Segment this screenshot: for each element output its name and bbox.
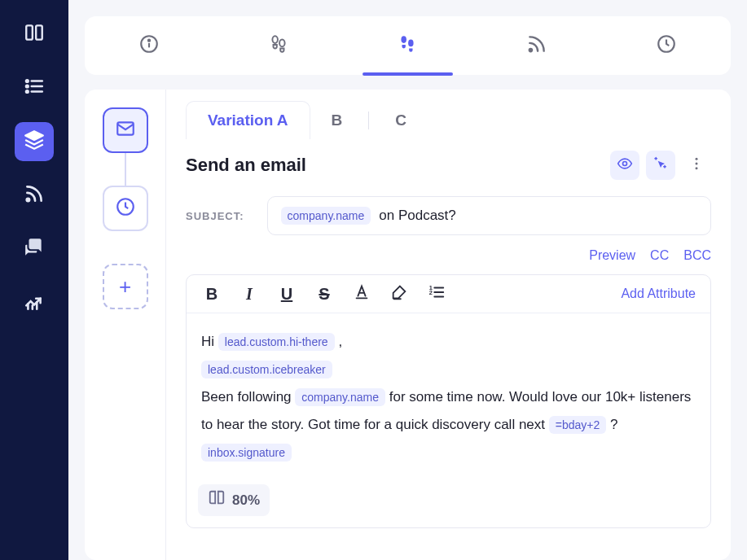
underline-button[interactable]: U [276, 283, 297, 304]
svg-point-8 [27, 199, 29, 201]
email-body[interactable]: Hi lead.custom.hi-there , lead.custom.ic… [187, 313, 710, 478]
list-button[interactable]: 12 [426, 283, 447, 304]
attribute-chip-company[interactable]: company.name [295, 388, 385, 406]
strike-button[interactable]: S [314, 283, 335, 304]
svg-point-14 [148, 40, 150, 42]
svg-point-2 [26, 80, 29, 82]
section-title: Send an email [186, 155, 306, 176]
sidebar-item-analytics[interactable] [15, 283, 54, 322]
step-email[interactable] [103, 107, 148, 153]
underline-icon: U [281, 285, 292, 304]
bcc-link[interactable]: BCC [683, 248, 711, 263]
info-icon [138, 33, 160, 58]
tab-variation-c[interactable]: C [374, 102, 428, 139]
bold-icon: B [206, 285, 218, 304]
strikethrough-icon: S [319, 285, 329, 304]
variation-tabs: Variation A B C [186, 101, 711, 139]
subject-label: SUBJECT: [186, 210, 244, 222]
body-text: ? [610, 417, 617, 432]
add-attribute-button[interactable]: Add Attribute [621, 287, 696, 301]
topnav-info[interactable] [85, 16, 214, 75]
dots-vertical-icon [688, 155, 705, 175]
svg-point-15 [272, 36, 278, 43]
tab-variation-a[interactable]: Variation A [186, 101, 310, 139]
attribute-chip-signature[interactable]: inbox.signature [201, 444, 292, 462]
columns-icon [24, 22, 45, 46]
text-color-button[interactable] [351, 283, 372, 304]
ai-assist-button[interactable] [646, 151, 675, 180]
plus-icon: + [119, 274, 131, 300]
svg-point-19 [529, 49, 532, 51]
chat-icon [24, 237, 45, 261]
attribute-chip-bday[interactable]: =bday+2 [549, 416, 607, 434]
add-step-button[interactable]: + [103, 264, 148, 309]
body-text: Been following [201, 389, 292, 405]
highlight-button[interactable] [389, 283, 410, 304]
sidebar-item-list[interactable] [15, 68, 54, 107]
rss-icon [526, 33, 547, 58]
svg-point-6 [26, 90, 29, 93]
clock-icon [115, 196, 136, 221]
sidebar-item-kanban[interactable] [15, 15, 54, 54]
svg-rect-0 [26, 25, 33, 39]
step-connector [125, 153, 126, 186]
list-icon [24, 76, 45, 100]
subject-attribute-chip[interactable]: company.name [281, 207, 371, 225]
highlight-icon [390, 283, 408, 305]
sequence-topnav [85, 16, 731, 75]
body-text: , [338, 334, 342, 349]
editor-toolbar: B I U S 12 [187, 275, 710, 313]
subject-input[interactable]: company.name on Podcast? [267, 196, 711, 235]
svg-rect-1 [36, 25, 42, 39]
sidebar-item-layers[interactable] [15, 122, 54, 161]
preview-button[interactable] [610, 151, 639, 180]
sidebar-item-chat[interactable] [15, 230, 54, 269]
sequence-steps-column: + [85, 90, 166, 560]
bold-button[interactable]: B [201, 283, 222, 304]
topnav-steps-filled[interactable] [343, 16, 472, 75]
app-sidebar [0, 0, 68, 560]
eye-icon [617, 155, 633, 175]
editor-column: Variation A B C Send an email [166, 90, 731, 560]
ordered-list-icon: 12 [428, 283, 446, 305]
svg-point-23 [623, 162, 627, 166]
trending-up-icon [24, 291, 45, 315]
footsteps-icon [397, 33, 418, 58]
italic-icon: I [246, 285, 253, 304]
layers-icon [24, 129, 45, 154]
topnav-rss[interactable] [472, 16, 602, 75]
cc-link[interactable]: CC [650, 248, 669, 263]
rss-icon [24, 183, 45, 208]
step-wait[interactable] [103, 186, 148, 231]
mail-icon [115, 118, 136, 142]
attribute-chip-hi-there[interactable]: lead.custom.hi-there [218, 333, 335, 351]
tab-divider [368, 112, 369, 129]
svg-point-24 [696, 158, 698, 160]
svg-point-25 [696, 163, 698, 165]
topnav-steps-outline[interactable] [214, 16, 344, 75]
svg-point-26 [696, 167, 698, 169]
more-menu-button[interactable] [682, 151, 711, 180]
body-text: Hi [201, 334, 214, 349]
book-icon [208, 489, 226, 511]
svg-point-18 [409, 40, 415, 47]
text-color-icon [353, 283, 371, 305]
italic-button[interactable]: I [239, 283, 260, 304]
clock-icon [656, 33, 677, 58]
sidebar-item-rss[interactable] [15, 176, 54, 215]
email-editor: B I U S 12 [186, 274, 711, 528]
cursor-sparkle-icon [653, 155, 669, 175]
readability-score[interactable]: 80% [198, 484, 270, 516]
preview-link[interactable]: Preview [589, 248, 635, 263]
svg-text:2: 2 [429, 288, 433, 295]
topnav-schedule[interactable] [601, 16, 731, 75]
svg-point-17 [402, 36, 407, 43]
readability-value: 80% [232, 492, 260, 509]
attribute-chip-icebreaker[interactable]: lead.custom.icebreaker [201, 361, 332, 378]
workspace-card: + Variation A B C Send an email [85, 90, 731, 560]
svg-point-4 [26, 85, 29, 88]
main-area: + Variation A B C Send an email [68, 0, 747, 560]
svg-point-16 [279, 40, 285, 47]
footsteps-outline-icon [268, 33, 289, 58]
tab-variation-b[interactable]: B [310, 102, 364, 139]
